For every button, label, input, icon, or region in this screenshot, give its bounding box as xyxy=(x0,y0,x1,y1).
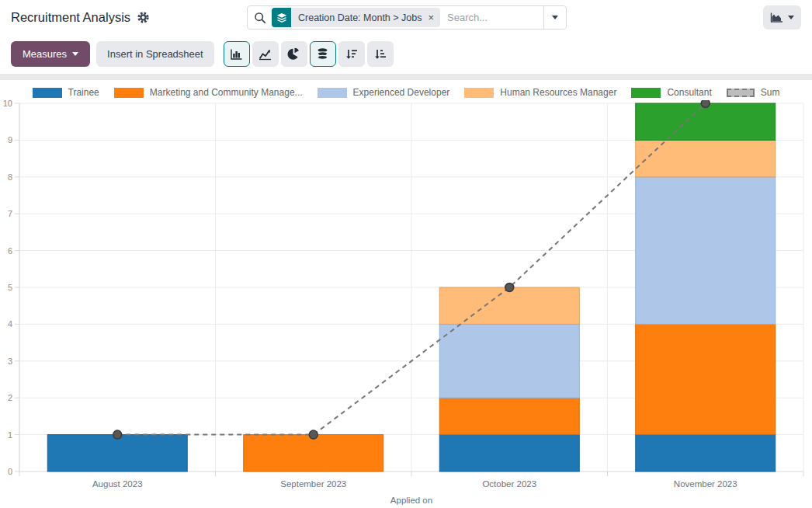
legend-label: Sum xyxy=(761,87,780,98)
legend-swatch xyxy=(727,89,755,97)
y-tick-label: 6 xyxy=(8,246,12,256)
sum-point[interactable] xyxy=(309,430,318,439)
facet-label: Creation Date: Month > Jobs xyxy=(291,12,426,23)
area-chart-icon xyxy=(770,12,783,23)
y-tick-label: 3 xyxy=(8,357,12,366)
sort-ascending-icon xyxy=(373,48,387,61)
legend-swatch xyxy=(464,88,494,98)
gear-icon xyxy=(137,11,150,24)
y-tick-label: 5 xyxy=(8,283,12,292)
y-tick-label: 0 xyxy=(8,467,12,476)
legend-item[interactable]: Consultant xyxy=(631,87,711,98)
y-tick-label: 8 xyxy=(8,172,12,182)
y-tick-label: 7 xyxy=(8,209,12,218)
caret-down-icon xyxy=(788,16,794,19)
search-facet[interactable]: Creation Date: Month > Jobs × xyxy=(272,8,440,27)
legend-swatch xyxy=(33,88,62,98)
bar-segment[interactable] xyxy=(439,324,579,398)
legend-item[interactable]: Trainee xyxy=(33,87,99,98)
line-chart-icon xyxy=(259,48,272,61)
bar-segment[interactable] xyxy=(439,398,579,434)
legend-item[interactable]: Sum xyxy=(727,87,780,98)
bar-segment[interactable] xyxy=(244,435,383,471)
facet-remove-icon[interactable]: × xyxy=(426,12,440,23)
graph-toolbar: Measures Insert in Spreadsheet xyxy=(0,34,812,74)
insert-in-spreadsheet-button[interactable]: Insert in Spreadsheet xyxy=(96,41,214,67)
measures-button[interactable]: Measures xyxy=(11,41,90,67)
bar-segment[interactable] xyxy=(47,435,187,471)
bar-chart-icon xyxy=(230,48,243,61)
legend-item[interactable]: Marketing and Community Manage... xyxy=(114,87,303,98)
legend-label: Human Resources Manager xyxy=(500,87,616,98)
sum-point[interactable] xyxy=(505,284,514,292)
pie-chart-icon xyxy=(287,47,300,61)
control-panel-header: Recruitment Analysis xyxy=(0,0,812,34)
stacked-bar-chart[interactable]: 012345678910August 2023September 2023Oct… xyxy=(0,100,812,508)
legend-label: Experienced Developer xyxy=(353,87,450,98)
bar-segment[interactable] xyxy=(439,435,579,471)
sum-point[interactable] xyxy=(113,430,122,439)
bar-segment[interactable] xyxy=(439,287,579,324)
legend-label: Trainee xyxy=(68,87,99,98)
facet-groupby-badge xyxy=(272,8,291,27)
sort-descending-icon xyxy=(345,48,358,61)
caret-down-icon xyxy=(552,16,558,19)
bar-segment[interactable] xyxy=(636,324,776,434)
bar-segment[interactable] xyxy=(636,177,776,325)
legend-swatch xyxy=(631,88,661,98)
legend-item[interactable]: Experienced Developer xyxy=(318,87,450,98)
x-category-label: November 2023 xyxy=(674,479,737,489)
x-axis-title: Applied on xyxy=(390,496,432,505)
stacked-toggle-button[interactable] xyxy=(310,41,336,67)
search-bar: Creation Date: Month > Jobs × Search... xyxy=(247,5,567,30)
sort-descending-button[interactable] xyxy=(338,41,365,67)
page-title: Recruitment Analysis xyxy=(11,10,130,25)
legend-swatch xyxy=(318,88,347,98)
legend-label: Marketing and Community Manage... xyxy=(150,87,303,98)
pie-chart-button[interactable] xyxy=(281,41,307,67)
breadcrumb: Recruitment Analysis xyxy=(11,0,150,34)
section-divider xyxy=(0,74,812,80)
search-dropdown-toggle[interactable] xyxy=(544,6,566,29)
chart-legend: TraineeMarketing and Community Manage...… xyxy=(0,80,812,100)
x-category-label: September 2023 xyxy=(280,479,346,489)
search-input-area[interactable]: Creation Date: Month > Jobs × Search... xyxy=(248,6,544,29)
insert-spreadsheet-label: Insert in Spreadsheet xyxy=(107,48,203,60)
search-placeholder: Search... xyxy=(447,12,488,23)
settings-button[interactable] xyxy=(137,11,150,24)
line-chart-button[interactable] xyxy=(252,41,279,67)
chart-type-buttons xyxy=(224,41,394,67)
y-tick-label: 1 xyxy=(8,430,12,440)
bar-segment[interactable] xyxy=(636,435,776,471)
layers-icon xyxy=(276,12,287,23)
graph-view: TraineeMarketing and Community Manage...… xyxy=(0,80,812,508)
bar-segment[interactable] xyxy=(636,140,776,176)
y-tick-label: 10 xyxy=(3,100,12,108)
bar-segment[interactable] xyxy=(636,103,776,140)
sum-point[interactable] xyxy=(701,100,710,108)
stacked-icon xyxy=(316,47,329,61)
y-tick-label: 2 xyxy=(8,393,12,402)
sort-ascending-button[interactable] xyxy=(367,41,394,67)
y-tick-label: 4 xyxy=(8,319,12,329)
bar-chart-button[interactable] xyxy=(224,41,250,67)
view-switcher-button[interactable] xyxy=(763,5,801,30)
measures-label: Measures xyxy=(23,48,67,60)
x-category-label: August 2023 xyxy=(92,479,143,489)
x-category-label: October 2023 xyxy=(482,479,536,489)
caret-down-icon xyxy=(72,52,78,56)
legend-item[interactable]: Human Resources Manager xyxy=(464,87,616,98)
legend-label: Consultant xyxy=(667,87,711,98)
search-icon xyxy=(254,12,266,24)
y-tick-label: 9 xyxy=(8,135,12,144)
legend-swatch xyxy=(114,88,144,98)
